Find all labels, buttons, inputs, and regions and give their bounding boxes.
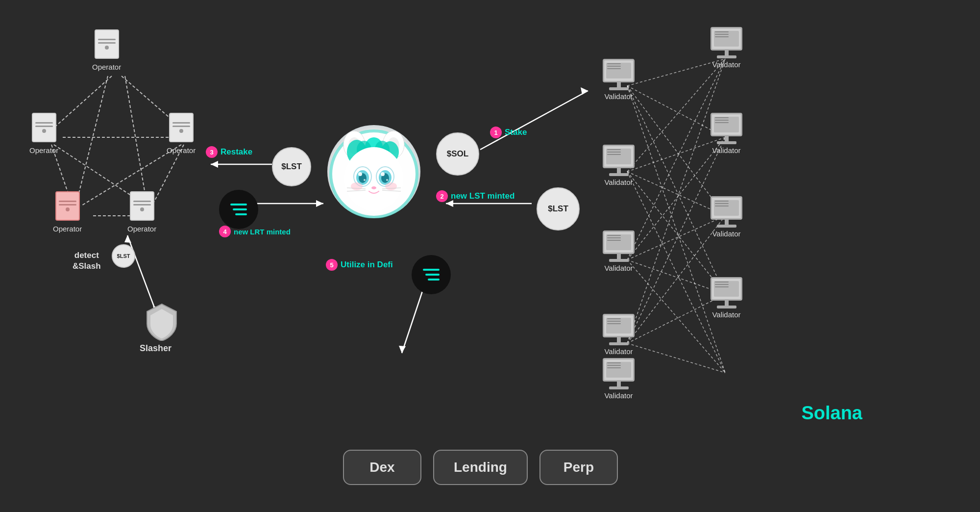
svg-line-0 [51,76,112,130]
svg-marker-21 [124,235,131,243]
sol-token: $SOL [436,132,479,176]
operator-right: Operator [167,113,196,154]
detect-slash-label: detect&Slash [73,250,101,272]
operator-bottom-left: Operator [53,191,82,233]
step5-logo [412,255,451,294]
step2-label: 2 new LST minted [436,190,514,202]
svg-line-7 [76,76,108,205]
svg-point-64 [358,172,362,176]
svg-marker-19 [399,346,406,353]
slasher-label: Slasher [140,343,172,354]
svg-point-68 [371,186,376,189]
validator-right-1: Validator [710,27,742,69]
svg-line-10 [480,91,588,150]
operator-top: Operator [92,29,121,71]
step4-label: 4 new LRT minted [219,226,291,237]
slasher-icon [145,302,179,343]
step1-label: 1 Stake [490,127,527,138]
validator-right-4: Validator [710,277,742,319]
svg-line-8 [125,76,147,205]
solana-label: Solana [801,403,862,424]
step4-logo [219,190,258,229]
step5-label: 5 Utilize in Defi [326,259,393,271]
step3-label: 3 Restake [206,146,252,158]
validator-left-4: Validator [603,314,635,356]
svg-line-42 [627,343,725,373]
svg-point-70 [385,182,397,190]
validator-right-3: Validator [710,196,742,238]
validator-left-2: Validator [603,145,635,186]
svg-marker-17 [316,200,323,207]
validator-bottom: Validator [603,358,635,400]
svg-marker-11 [581,87,588,95]
defi-buttons-container: Dex Lending Perp [343,450,618,485]
operator-left: Operator [29,113,58,154]
operator-bottom-right: Operator [127,191,156,233]
dex-button[interactable]: Dex [343,450,421,485]
lending-button[interactable]: Lending [433,450,528,485]
slash-lst-token: $LST [112,244,135,268]
svg-marker-15 [211,161,218,168]
svg-point-65 [381,172,385,176]
perp-button[interactable]: Perp [539,450,618,485]
step2-lst-token: $LST [537,187,580,230]
step3-lst-token: $LST [272,147,311,186]
validator-right-2: Validator [710,113,742,154]
svg-point-69 [351,182,363,190]
diagram-container: Operator Operator Operator Operator [0,0,980,512]
mascot [327,125,420,218]
validator-left-1: Validator [603,59,635,101]
svg-point-66 [364,179,366,181]
svg-point-57 [344,147,403,211]
diagram-lines [0,0,980,512]
validator-left-3: Validator [603,230,635,272]
svg-point-67 [386,179,388,181]
